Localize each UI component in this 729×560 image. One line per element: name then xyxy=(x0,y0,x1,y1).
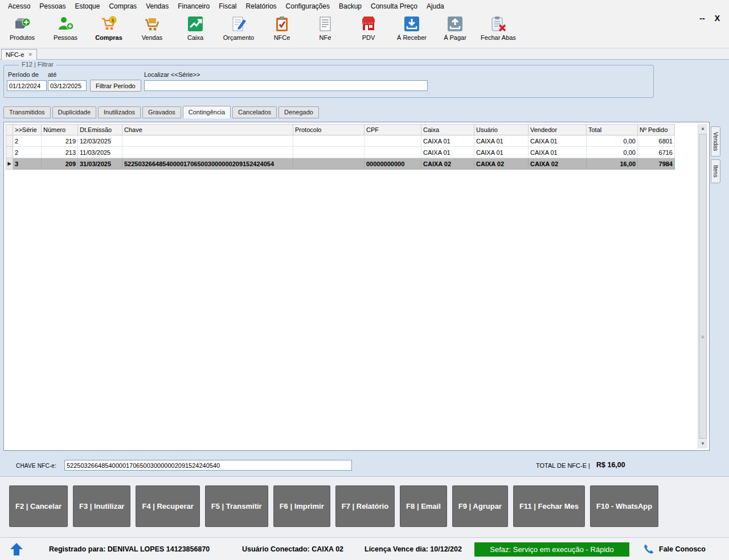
toolbar-label-pessoas: Pessoas xyxy=(47,34,84,41)
menu-item-financeiro[interactable]: Financeiro xyxy=(173,1,214,12)
menu-item-fiscal[interactable]: Fiscal xyxy=(214,1,241,12)
close-button[interactable]: X xyxy=(715,14,720,23)
menu-item-relatorios[interactable]: Relatórios xyxy=(241,1,281,12)
tab-cancelados[interactable]: Cancelados xyxy=(232,106,277,118)
fn-button-f10-whatsapp[interactable]: F10 - WhatsApp xyxy=(590,485,658,527)
table-row[interactable]: ▶320931/03/20255225032664854000017065003… xyxy=(6,158,675,170)
toolbar-button-orcamento[interactable]: Orçamento xyxy=(220,14,257,41)
column-header-numero[interactable]: Número xyxy=(42,125,78,135)
column-header-total[interactable]: Total xyxy=(587,125,638,135)
contact-link[interactable]: Fale Conosco xyxy=(659,545,706,553)
column-header-caixa[interactable]: Caixa xyxy=(421,125,474,135)
statusbar: Registrado para: DENIVAL LOPES 141238568… xyxy=(0,537,729,560)
cell: 12/03/2025 xyxy=(78,135,122,147)
toolbar-button-compras[interactable]: $Compras xyxy=(90,14,128,41)
column-header-usuario[interactable]: Usuário xyxy=(474,125,529,135)
tab-nfce[interactable]: NFC-e ✕ xyxy=(1,49,37,60)
grid-body: 221912/03/2025CAIXA 01CAIXA 01CAIXA 010,… xyxy=(6,135,675,170)
menu-item-pessoas[interactable]: Pessoas xyxy=(35,1,70,12)
fn-button-f5-transmitir[interactable]: F5 | Transmitir xyxy=(205,485,268,527)
fn-button-f6-imprimir[interactable]: F6 | Imprimir xyxy=(273,485,330,527)
tab-denegado[interactable]: Denegado xyxy=(279,106,319,118)
cell: CAIXA 01 xyxy=(474,147,529,158)
menu-item-acesso[interactable]: Acesso xyxy=(3,1,35,12)
cell: 2 xyxy=(13,147,42,158)
phone-icon xyxy=(642,543,655,557)
scroll-down-icon[interactable]: ▼ xyxy=(698,439,707,448)
toolbar-button-pdv[interactable]: PDV xyxy=(350,14,387,41)
tab-nfce-label: NFC-e xyxy=(6,51,24,58)
toolbar-button-pessoas[interactable]: Pessoas xyxy=(47,14,84,41)
toolbar-button-a-pagar[interactable]: Á Pagar xyxy=(436,14,474,41)
fn-button-f9-agrupar[interactable]: F9 | Agrupar xyxy=(452,485,508,527)
menu-item-compras[interactable]: Compras xyxy=(104,1,141,12)
tab-close-icon[interactable]: ✕ xyxy=(28,52,32,57)
column-header-cpf[interactable]: CPF xyxy=(364,125,421,135)
fn-button-f8-email[interactable]: F8 | Email xyxy=(400,485,447,527)
nfce-grid[interactable]: >>SérieNúmeroDt.EmissãoChaveProtocoloCPF… xyxy=(6,124,697,448)
function-buttons: F2 | CancelarF3 | InutilizarF4 | Recuper… xyxy=(9,485,658,527)
column-header-protocolo[interactable]: Protocolo xyxy=(293,125,364,135)
home-up-arrow-icon[interactable] xyxy=(9,542,24,558)
column-header-chave[interactable]: Chave xyxy=(122,125,293,135)
close-tabs-icon xyxy=(480,14,517,34)
fn-button-f2-cancelar[interactable]: F2 | Cancelar xyxy=(9,485,68,527)
side-tab-vendas[interactable]: Vendas xyxy=(711,126,720,157)
table-row[interactable]: 221311/03/2025CAIXA 01CAIXA 01CAIXA 010,… xyxy=(6,147,675,158)
search-serie-input[interactable] xyxy=(144,80,428,91)
selector-column-header xyxy=(6,125,13,135)
cell: 6716 xyxy=(638,147,675,158)
column-header-serie[interactable]: >>Série xyxy=(13,125,42,135)
table-row[interactable]: 221912/03/2025CAIXA 01CAIXA 01CAIXA 010,… xyxy=(6,135,675,147)
toolbar-button-vendas[interactable]: Vendas xyxy=(133,14,171,41)
cell: 2 xyxy=(13,135,42,147)
scroll-up-icon[interactable]: ▲ xyxy=(698,124,707,133)
cell: 0,00 xyxy=(587,147,638,158)
nfce-clipboard-icon xyxy=(263,14,301,34)
tab-inutilizados[interactable]: Inutilizados xyxy=(98,106,141,118)
menu-item-ajuda[interactable]: Ajuda xyxy=(422,1,449,12)
sales-cart-icon xyxy=(133,14,171,34)
purchases-cart-icon: $ xyxy=(90,14,128,34)
toolbar-button-caixa[interactable]: Caixa xyxy=(177,14,214,41)
toolbar-label-pdv: PDV xyxy=(350,34,387,41)
toolbar-button-produtos[interactable]: Produtos xyxy=(3,14,41,41)
fn-button-f7-relatorio[interactable]: F7 | Relatório xyxy=(335,485,395,527)
menu-item-estoque[interactable]: Estoque xyxy=(70,1,104,12)
toolbar-button-a-receber[interactable]: Á Receber xyxy=(393,14,431,41)
chave-nfce-input[interactable] xyxy=(64,460,352,471)
cell: 0,00 xyxy=(587,135,638,147)
fn-button-f4-recuperar[interactable]: F4 | Recuperar xyxy=(136,485,199,527)
column-header-dt-emissao[interactable]: Dt.Emissão xyxy=(78,125,122,135)
toolbar-button-fechar-abas[interactable]: Fechar Abas xyxy=(480,14,517,41)
toolbar-label-orcamento: Orçamento xyxy=(220,34,257,41)
menu-item-backup[interactable]: Backup xyxy=(334,1,366,12)
scrollbar-thumb[interactable]: ≡ xyxy=(699,134,707,439)
tab-contingencia[interactable]: Contingência xyxy=(183,106,231,118)
side-tab-itens[interactable]: Itens xyxy=(711,159,720,183)
tab-transmitidos[interactable]: Transmitidos xyxy=(3,106,51,118)
vertical-scrollbar[interactable]: ▲ ≡ ▼ xyxy=(698,124,707,448)
menu-item-configuracoes[interactable]: Configurações xyxy=(281,1,334,12)
tab-gravados[interactable]: Gravados xyxy=(142,106,181,118)
toolbar-button-nfe[interactable]: NFe xyxy=(306,14,344,41)
cell: CAIXA 01 xyxy=(529,135,587,147)
cell xyxy=(122,147,293,158)
toolbar-button-nfce[interactable]: NFCe xyxy=(263,14,301,41)
minimize-button[interactable]: -- xyxy=(699,14,705,23)
menu-item-vendas[interactable]: Vendas xyxy=(141,1,173,12)
column-header-vendedor[interactable]: Vendedor xyxy=(529,125,587,135)
date-to-input[interactable] xyxy=(48,80,87,91)
window-controls: -- X xyxy=(699,14,720,23)
tab-duplicidade[interactable]: Duplicidade xyxy=(52,106,96,118)
cell xyxy=(122,135,293,147)
toolbar-label-nfe: NFe xyxy=(306,34,344,41)
fn-button-f3-inutilizar[interactable]: F3 | Inutilizar xyxy=(73,485,130,527)
date-from-input[interactable] xyxy=(7,80,47,91)
column-header-n-pedido[interactable]: Nº Pedido xyxy=(638,125,675,135)
menu-item-consulta-preco[interactable]: Consulta Preço xyxy=(366,1,422,12)
cash-register-icon xyxy=(177,14,214,34)
cell: CAIXA 01 xyxy=(421,147,474,158)
fn-button-f11-fechar-mes[interactable]: F11 | Fechar Mes xyxy=(513,485,585,527)
filter-period-button[interactable]: Filtrar Período xyxy=(90,80,141,92)
